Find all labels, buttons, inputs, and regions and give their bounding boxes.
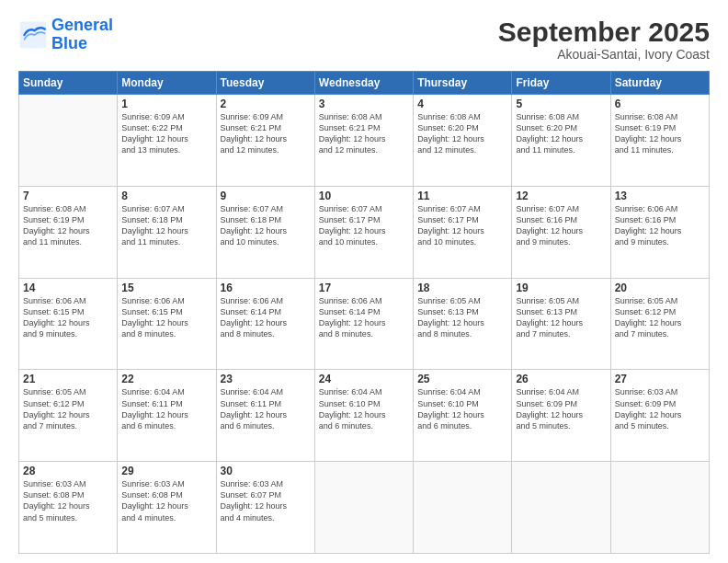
calendar-cell — [414, 462, 512, 554]
week-row-5: 28Sunrise: 6:03 AM Sunset: 6:08 PM Dayli… — [19, 462, 710, 554]
weekday-header-wednesday: Wednesday — [314, 72, 413, 95]
day-number: 13 — [615, 190, 705, 202]
day-number: 8 — [121, 190, 211, 202]
day-info: Sunrise: 6:08 AM Sunset: 6:20 PM Dayligh… — [516, 111, 606, 156]
calendar-cell: 26Sunrise: 6:04 AM Sunset: 6:09 PM Dayli… — [512, 370, 610, 462]
day-info: Sunrise: 6:06 AM Sunset: 6:14 PM Dayligh… — [319, 295, 409, 340]
day-info: Sunrise: 6:03 AM Sunset: 6:07 PM Dayligh… — [221, 478, 311, 523]
calendar-cell: 24Sunrise: 6:04 AM Sunset: 6:10 PM Dayli… — [314, 370, 413, 462]
day-number: 19 — [516, 282, 606, 294]
day-info: Sunrise: 6:07 AM Sunset: 6:16 PM Dayligh… — [516, 203, 606, 248]
day-info: Sunrise: 6:08 AM Sunset: 6:20 PM Dayligh… — [417, 111, 507, 156]
day-info: Sunrise: 6:08 AM Sunset: 6:21 PM Dayligh… — [319, 111, 409, 156]
calendar-cell: 4Sunrise: 6:08 AM Sunset: 6:20 PM Daylig… — [414, 95, 512, 187]
day-number: 15 — [121, 282, 211, 294]
day-info: Sunrise: 6:04 AM Sunset: 6:11 PM Dayligh… — [221, 386, 311, 431]
calendar-cell: 23Sunrise: 6:04 AM Sunset: 6:11 PM Dayli… — [216, 370, 314, 462]
day-number: 2 — [221, 98, 311, 110]
calendar-cell: 18Sunrise: 6:05 AM Sunset: 6:13 PM Dayli… — [414, 278, 512, 370]
day-info: Sunrise: 6:05 AM Sunset: 6:12 PM Dayligh… — [615, 295, 705, 340]
calendar-cell: 27Sunrise: 6:03 AM Sunset: 6:09 PM Dayli… — [610, 370, 709, 462]
week-row-3: 14Sunrise: 6:06 AM Sunset: 6:15 PM Dayli… — [19, 278, 710, 370]
day-info: Sunrise: 6:05 AM Sunset: 6:12 PM Dayligh… — [23, 386, 113, 431]
weekday-header-row: SundayMondayTuesdayWednesdayThursdayFrid… — [19, 72, 710, 95]
calendar-cell: 21Sunrise: 6:05 AM Sunset: 6:12 PM Dayli… — [19, 370, 118, 462]
day-number: 30 — [221, 465, 311, 477]
calendar-cell — [610, 462, 709, 554]
day-number: 23 — [221, 373, 311, 385]
logo-blue: Blue — [51, 35, 113, 53]
day-number: 7 — [23, 190, 113, 202]
calendar-cell: 7Sunrise: 6:08 AM Sunset: 6:19 PM Daylig… — [19, 186, 118, 278]
calendar-cell: 14Sunrise: 6:06 AM Sunset: 6:15 PM Dayli… — [19, 278, 118, 370]
day-info: Sunrise: 6:09 AM Sunset: 6:21 PM Dayligh… — [221, 111, 311, 156]
day-info: Sunrise: 6:06 AM Sunset: 6:14 PM Dayligh… — [221, 295, 311, 340]
calendar-cell: 8Sunrise: 6:07 AM Sunset: 6:18 PM Daylig… — [118, 186, 216, 278]
week-row-4: 21Sunrise: 6:05 AM Sunset: 6:12 PM Dayli… — [19, 370, 710, 462]
day-number: 12 — [516, 190, 606, 202]
weekday-header-thursday: Thursday — [414, 72, 512, 95]
calendar-table: SundayMondayTuesdayWednesdayThursdayFrid… — [18, 71, 710, 554]
logo-icon — [18, 20, 48, 50]
day-info: Sunrise: 6:07 AM Sunset: 6:18 PM Dayligh… — [121, 203, 211, 248]
calendar-cell: 3Sunrise: 6:08 AM Sunset: 6:21 PM Daylig… — [314, 95, 413, 187]
day-number: 24 — [319, 373, 409, 385]
weekday-header-monday: Monday — [118, 72, 216, 95]
day-number: 16 — [221, 282, 311, 294]
day-number: 5 — [516, 98, 606, 110]
calendar-cell: 5Sunrise: 6:08 AM Sunset: 6:20 PM Daylig… — [512, 95, 610, 187]
calendar-cell: 12Sunrise: 6:07 AM Sunset: 6:16 PM Dayli… — [512, 186, 610, 278]
day-number: 6 — [615, 98, 705, 110]
calendar-cell: 11Sunrise: 6:07 AM Sunset: 6:17 PM Dayli… — [414, 186, 512, 278]
day-info: Sunrise: 6:07 AM Sunset: 6:17 PM Dayligh… — [417, 203, 507, 248]
day-number: 27 — [615, 373, 705, 385]
day-info: Sunrise: 6:09 AM Sunset: 6:22 PM Dayligh… — [121, 111, 211, 156]
calendar-cell: 19Sunrise: 6:05 AM Sunset: 6:13 PM Dayli… — [512, 278, 610, 370]
day-info: Sunrise: 6:04 AM Sunset: 6:10 PM Dayligh… — [417, 386, 507, 431]
day-info: Sunrise: 6:05 AM Sunset: 6:13 PM Dayligh… — [417, 295, 507, 340]
day-info: Sunrise: 6:07 AM Sunset: 6:18 PM Dayligh… — [221, 203, 311, 248]
day-number: 14 — [23, 282, 113, 294]
weekday-header-saturday: Saturday — [610, 72, 709, 95]
day-number: 9 — [221, 190, 311, 202]
calendar-cell: 10Sunrise: 6:07 AM Sunset: 6:17 PM Dayli… — [314, 186, 413, 278]
day-info: Sunrise: 6:06 AM Sunset: 6:16 PM Dayligh… — [615, 203, 705, 248]
calendar-cell: 22Sunrise: 6:04 AM Sunset: 6:11 PM Dayli… — [118, 370, 216, 462]
weekday-header-tuesday: Tuesday — [216, 72, 314, 95]
day-info: Sunrise: 6:04 AM Sunset: 6:11 PM Dayligh… — [121, 386, 211, 431]
calendar-cell: 28Sunrise: 6:03 AM Sunset: 6:08 PM Dayli… — [19, 462, 118, 554]
day-number: 4 — [417, 98, 507, 110]
day-info: Sunrise: 6:05 AM Sunset: 6:13 PM Dayligh… — [516, 295, 606, 340]
calendar-cell: 30Sunrise: 6:03 AM Sunset: 6:07 PM Dayli… — [216, 462, 314, 554]
title-block: September 2025 Akouai-Santai, Ivory Coas… — [498, 17, 710, 62]
day-info: Sunrise: 6:04 AM Sunset: 6:10 PM Dayligh… — [319, 386, 409, 431]
week-row-2: 7Sunrise: 6:08 AM Sunset: 6:19 PM Daylig… — [19, 186, 710, 278]
day-info: Sunrise: 6:03 AM Sunset: 6:09 PM Dayligh… — [615, 386, 705, 431]
calendar-cell: 25Sunrise: 6:04 AM Sunset: 6:10 PM Dayli… — [414, 370, 512, 462]
calendar-cell: 29Sunrise: 6:03 AM Sunset: 6:08 PM Dayli… — [118, 462, 216, 554]
logo-general: General — [51, 16, 113, 34]
day-number: 20 — [615, 282, 705, 294]
day-number: 10 — [319, 190, 409, 202]
day-number: 18 — [417, 282, 507, 294]
day-info: Sunrise: 6:06 AM Sunset: 6:15 PM Dayligh… — [23, 295, 113, 340]
calendar-title: September 2025 — [498, 17, 710, 47]
day-number: 28 — [23, 465, 113, 477]
day-info: Sunrise: 6:07 AM Sunset: 6:17 PM Dayligh… — [319, 203, 409, 248]
day-number: 29 — [121, 465, 211, 477]
calendar-cell: 2Sunrise: 6:09 AM Sunset: 6:21 PM Daylig… — [216, 95, 314, 187]
logo-text: General Blue — [51, 17, 113, 53]
logo: General Blue — [18, 17, 113, 53]
calendar-cell: 17Sunrise: 6:06 AM Sunset: 6:14 PM Dayli… — [314, 278, 413, 370]
calendar-cell — [19, 95, 118, 187]
day-number: 22 — [121, 373, 211, 385]
calendar-cell: 16Sunrise: 6:06 AM Sunset: 6:14 PM Dayli… — [216, 278, 314, 370]
calendar-cell: 20Sunrise: 6:05 AM Sunset: 6:12 PM Dayli… — [610, 278, 709, 370]
calendar-cell — [314, 462, 413, 554]
day-number: 1 — [121, 98, 211, 110]
calendar-subtitle: Akouai-Santai, Ivory Coast — [498, 47, 710, 62]
day-info: Sunrise: 6:03 AM Sunset: 6:08 PM Dayligh… — [121, 478, 211, 523]
weekday-header-friday: Friday — [512, 72, 610, 95]
day-number: 25 — [417, 373, 507, 385]
day-info: Sunrise: 6:08 AM Sunset: 6:19 PM Dayligh… — [615, 111, 705, 156]
